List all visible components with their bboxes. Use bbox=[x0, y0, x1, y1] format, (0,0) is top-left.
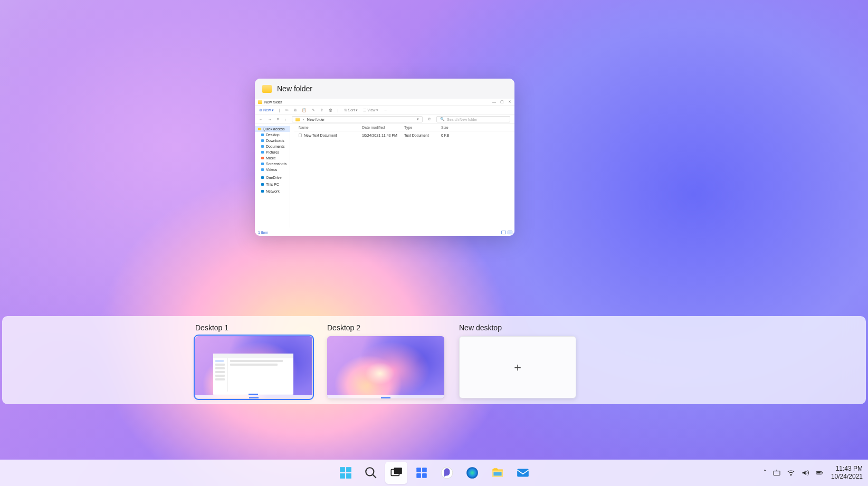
svg-point-13 bbox=[466, 467, 478, 479]
clock-time: 11:43 PM bbox=[831, 465, 863, 473]
search-input[interactable]: 🔍 Search New folder bbox=[436, 116, 510, 122]
start-button[interactable] bbox=[335, 462, 357, 484]
svg-rect-0 bbox=[340, 467, 345, 472]
explorer-toolbar: ⊕ New ▾ | ✂ ⧉ 📋 ✎ ⇪ 🗑 | ⇅ Sort ▾ ☰ View … bbox=[255, 106, 514, 115]
mail-button[interactable] bbox=[512, 462, 534, 484]
widgets-icon bbox=[415, 466, 428, 480]
edge-icon bbox=[465, 466, 479, 480]
refresh-icon[interactable]: ⟳ bbox=[428, 117, 431, 121]
sidebar-thispc[interactable]: This PC bbox=[255, 182, 290, 187]
copy-icon[interactable]: ⧉ bbox=[294, 108, 297, 112]
sidebar-item[interactable]: Desktop bbox=[255, 132, 290, 138]
desktop-thumbnail[interactable] bbox=[327, 336, 444, 398]
sidebar-onedrive[interactable]: OneDrive bbox=[255, 175, 290, 180]
search-button[interactable] bbox=[360, 462, 382, 484]
taskbar-center bbox=[335, 462, 534, 484]
sidebar-quick-access[interactable]: Quick access bbox=[255, 126, 290, 132]
close-icon[interactable]: ✕ bbox=[508, 100, 511, 104]
address-bar[interactable]: › New folder ▾ bbox=[292, 116, 423, 122]
toolbar-view-button[interactable]: ☰ View ▾ bbox=[363, 108, 378, 112]
tray-overflow-icon[interactable]: ˄ bbox=[763, 469, 767, 477]
chevron-down-icon[interactable]: ▾ bbox=[417, 117, 419, 121]
sidebar-item[interactable]: Videos bbox=[255, 167, 290, 173]
folder-icon bbox=[262, 85, 272, 93]
widgets-button[interactable] bbox=[411, 462, 433, 484]
svg-rect-22 bbox=[817, 472, 821, 474]
desktop-thumbnail[interactable] bbox=[195, 336, 312, 398]
preview-caption: New folder bbox=[277, 84, 312, 93]
desktop-wallpaper bbox=[0, 0, 868, 486]
svg-rect-9 bbox=[422, 468, 427, 472]
svg-rect-17 bbox=[774, 471, 780, 475]
explorer-navbar: ← → ▾ ↑ › New folder ▾ ⟳ 🔍 Search New fo… bbox=[255, 115, 514, 124]
new-desktop-label: New desktop bbox=[459, 323, 576, 332]
desktop-label: Desktop 1 bbox=[195, 323, 312, 332]
rename-icon[interactable]: ✎ bbox=[312, 108, 315, 112]
search-icon bbox=[364, 466, 378, 480]
svg-rect-7 bbox=[394, 468, 402, 474]
maximize-icon[interactable]: ▢ bbox=[500, 100, 504, 104]
folder-icon bbox=[295, 118, 300, 121]
svg-rect-2 bbox=[340, 473, 345, 479]
column-headers[interactable]: Name Date modified Type Size bbox=[294, 124, 514, 131]
explorer-button[interactable] bbox=[487, 462, 509, 484]
taskview-button[interactable] bbox=[385, 462, 407, 484]
statusbar-view-buttons[interactable] bbox=[501, 231, 512, 234]
share-icon[interactable]: ⇪ bbox=[320, 108, 323, 112]
paste-icon[interactable]: 📋 bbox=[302, 108, 307, 112]
svg-rect-10 bbox=[416, 473, 421, 478]
minimize-icon[interactable]: — bbox=[492, 100, 496, 104]
sidebar-item[interactable]: Pictures bbox=[255, 149, 290, 155]
explorer-sidebar: Quick access Desktop Downloads Documents… bbox=[255, 124, 290, 227]
volume-icon[interactable] bbox=[801, 469, 809, 477]
virtual-desktop-2[interactable]: Desktop 2 bbox=[327, 323, 444, 398]
toolbar-more-button[interactable]: ⋯ bbox=[384, 108, 387, 112]
nav-fwd-icon[interactable]: → bbox=[268, 118, 272, 121]
svg-point-19 bbox=[790, 475, 791, 476]
svg-line-5 bbox=[373, 474, 376, 478]
sidebar-item[interactable]: Documents bbox=[255, 144, 290, 149]
search-icon: 🔍 bbox=[440, 117, 445, 121]
mail-icon bbox=[516, 466, 530, 480]
toolbar-sort-button[interactable]: ⇅ Sort ▾ bbox=[344, 108, 358, 112]
taskview-window-preview[interactable]: New folder New folder — ▢ ✕ ⊕ New ▾ | ✂ … bbox=[255, 79, 514, 236]
svg-rect-3 bbox=[346, 473, 351, 479]
taskview-icon bbox=[389, 466, 403, 480]
svg-rect-8 bbox=[416, 468, 421, 472]
svg-point-4 bbox=[366, 468, 374, 475]
battery-icon[interactable] bbox=[815, 469, 824, 477]
statusbar-count: 1 item bbox=[258, 231, 268, 234]
nav-up-icon[interactable]: ↑ bbox=[284, 118, 287, 121]
svg-rect-11 bbox=[422, 473, 427, 478]
system-tray: ˄ 11:43 PM 10/24/2021 bbox=[763, 465, 863, 481]
preview-titlebar: New folder bbox=[255, 79, 514, 99]
chevron-down-icon[interactable]: ▾ bbox=[277, 117, 279, 121]
sidebar-item[interactable]: Music bbox=[255, 155, 290, 161]
keyboard-icon[interactable] bbox=[772, 469, 781, 477]
search-placeholder: Search New folder bbox=[447, 118, 478, 121]
explorer-tabbar: New folder — ▢ ✕ bbox=[255, 99, 514, 106]
nav-back-icon[interactable]: ← bbox=[259, 118, 263, 121]
plus-icon: ＋ bbox=[512, 359, 523, 375]
edge-button[interactable] bbox=[461, 462, 483, 484]
taskbar-clock[interactable]: 11:43 PM 10/24/2021 bbox=[831, 465, 863, 481]
desktop-label: Desktop 2 bbox=[327, 323, 444, 332]
cut-icon[interactable]: ✂ bbox=[285, 108, 289, 112]
chat-button[interactable] bbox=[436, 462, 458, 484]
virtual-desktop-1[interactable]: Desktop 1 bbox=[195, 323, 312, 398]
new-desktop-button[interactable]: New desktop ＋ bbox=[459, 323, 576, 398]
file-row[interactable]: New Text Document 10/24/2021 11:43 PM Te… bbox=[294, 131, 514, 139]
virtual-desktops-bar: Desktop 1 bbox=[2, 316, 866, 404]
svg-rect-1 bbox=[346, 467, 351, 472]
explorer-tab-title: New folder bbox=[264, 100, 282, 104]
sidebar-item[interactable]: Downloads bbox=[255, 138, 290, 144]
taskbar: ˄ 11:43 PM 10/24/2021 bbox=[0, 460, 868, 486]
explorer-content: Name Date modified Type Size New Text Do… bbox=[290, 124, 514, 227]
textfile-icon bbox=[299, 134, 302, 137]
sidebar-network[interactable]: Network bbox=[255, 188, 290, 194]
toolbar-new-button[interactable]: ⊕ New ▾ bbox=[259, 108, 274, 112]
delete-icon[interactable]: 🗑 bbox=[329, 108, 332, 112]
sidebar-item[interactable]: Screenshots bbox=[255, 161, 290, 167]
wifi-icon[interactable] bbox=[787, 469, 795, 477]
chat-icon bbox=[440, 466, 454, 480]
